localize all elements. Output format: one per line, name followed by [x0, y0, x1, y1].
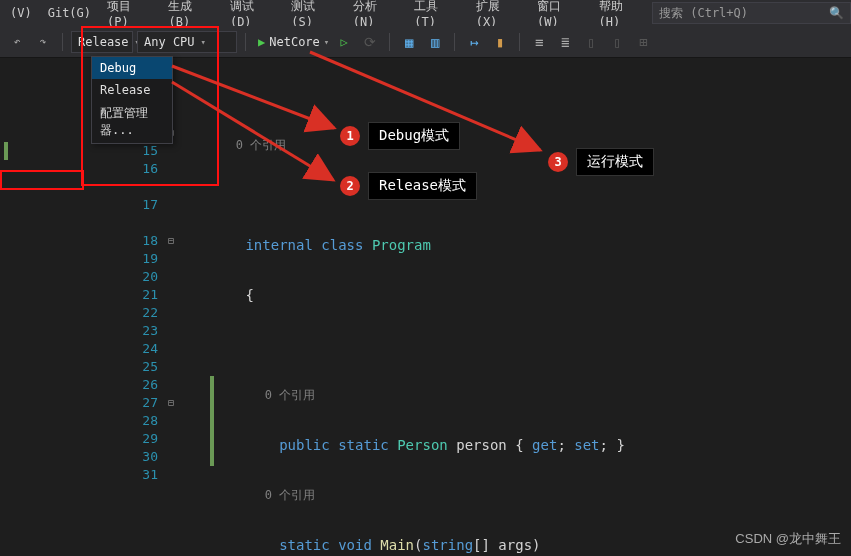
dropdown-item-release[interactable]: Release — [92, 79, 172, 101]
start-debug-button[interactable]: ▶ NetCore ▾ — [258, 35, 329, 49]
separator — [454, 33, 455, 51]
toolbar-icon[interactable]: ▥ — [424, 31, 446, 53]
config-dropdown: Debug Release 配置管理器... — [91, 56, 173, 144]
watermark: CSDN @龙中舞王 — [735, 530, 841, 548]
config-selector[interactable]: Release ▾ — [71, 31, 133, 53]
toolbar-icon[interactable]: ▯ — [580, 31, 602, 53]
config-label: Release — [78, 35, 129, 49]
nav-forward-icon[interactable]: ↷ — [32, 31, 54, 53]
toolbar-icon[interactable]: ▮ — [489, 31, 511, 53]
annotation-number: 2 — [340, 176, 360, 196]
toolbar-icon[interactable]: ⊞ — [632, 31, 654, 53]
separator — [62, 33, 63, 51]
play-icon: ▶ — [258, 35, 265, 49]
code-area[interactable]: 0 个引用 internal class Program { 0 个引用 pub… — [178, 80, 851, 556]
platform-selector[interactable]: Any CPU ▾ — [137, 31, 237, 53]
code-line — [178, 336, 851, 354]
code-line: internal class Program — [178, 236, 851, 254]
toolbar: ↶ ↷ Release ▾ Any CPU ▾ ▶ NetCore ▾ ▷ ⟳ … — [0, 26, 851, 58]
run-target-label: NetCore — [269, 35, 320, 49]
nav-back-icon[interactable]: ↶ — [6, 31, 28, 53]
line-numbers: 1314 1516 1718 192021 222324 252627 2829… — [14, 80, 164, 556]
annotation-number: 3 — [548, 152, 568, 172]
codelens-reference[interactable]: 0 个引用 — [178, 136, 851, 154]
hot-reload-icon[interactable]: ⟳ — [359, 31, 381, 53]
dropdown-item-config-manager[interactable]: 配置管理器... — [92, 101, 172, 143]
annotation-label: Debug模式 — [368, 122, 460, 150]
caret-icon: ▾ — [324, 37, 329, 47]
annotation-label: Release模式 — [368, 172, 477, 200]
separator — [519, 33, 520, 51]
annotation-number: 1 — [340, 126, 360, 146]
menubar: (V) Git(G) 项目(P) 生成(B) 调试(D) 测试(S) 分析(N)… — [0, 0, 851, 26]
annotation-2: 2 Release模式 — [340, 172, 477, 200]
code-line: { — [178, 286, 851, 304]
separator — [245, 33, 246, 51]
codelens-reference[interactable]: 0 个引用 — [178, 486, 851, 504]
search-input[interactable]: 搜索 (Ctrl+Q) 🔍 — [652, 2, 851, 24]
menu-git[interactable]: Git(G) — [40, 2, 99, 24]
annotation-3: 3 运行模式 — [548, 148, 654, 176]
platform-label: Any CPU — [144, 35, 195, 49]
indent-icon[interactable]: ≣ — [554, 31, 576, 53]
code-editor[interactable]: 1314 1516 1718 192021 222324 252627 2829… — [0, 80, 851, 556]
annotation-1: 1 Debug模式 — [340, 122, 460, 150]
toolbar-icon[interactable]: ▦ — [398, 31, 420, 53]
search-placeholder: 搜索 (Ctrl+Q) — [659, 5, 748, 22]
menu-view[interactable]: (V) — [2, 2, 40, 24]
toolbar-icon[interactable]: ▯ — [606, 31, 628, 53]
caret-icon: ▾ — [201, 37, 206, 47]
start-without-debug-icon[interactable]: ▷ — [333, 31, 355, 53]
toolbar-icon[interactable]: ↦ — [463, 31, 485, 53]
separator — [389, 33, 390, 51]
dropdown-item-debug[interactable]: Debug — [92, 57, 172, 79]
marker-margin — [0, 80, 14, 556]
search-icon: 🔍 — [829, 6, 844, 20]
codelens-reference[interactable]: 0 个引用 — [178, 386, 851, 404]
fold-column[interactable]: ⊟ ⊟ ⊟ — [164, 80, 178, 556]
code-line: public static Person person { get; set; … — [178, 436, 851, 454]
outdent-icon[interactable]: ≡ — [528, 31, 550, 53]
annotation-label: 运行模式 — [576, 148, 654, 176]
